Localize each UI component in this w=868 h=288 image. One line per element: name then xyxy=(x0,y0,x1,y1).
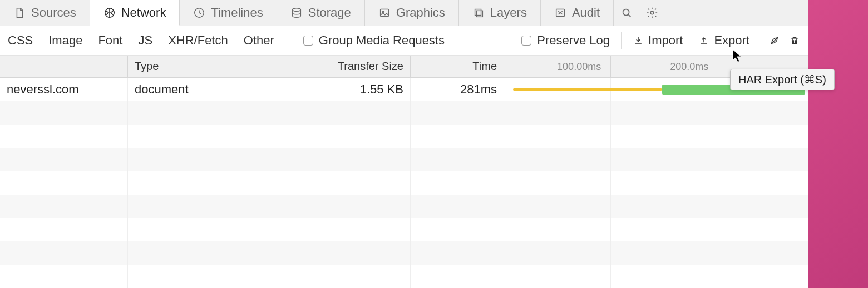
tab-graphics[interactable]: Graphics xyxy=(365,0,459,26)
divider xyxy=(761,32,761,49)
svg-rect-6 xyxy=(476,11,482,17)
audit-icon xyxy=(554,7,566,19)
svg-rect-3 xyxy=(380,9,388,17)
tab-label: Timelines xyxy=(211,6,263,20)
svg-rect-5 xyxy=(475,9,481,16)
table-row xyxy=(0,148,808,171)
tab-timelines[interactable]: Timelines xyxy=(180,0,277,26)
tab-label: Network xyxy=(121,6,166,20)
table-row xyxy=(0,101,808,125)
filter-label: JS xyxy=(138,33,152,48)
filter-xhr[interactable]: XHR/Fetch xyxy=(160,26,236,55)
preserve-log-checkbox[interactable]: Preserve Log xyxy=(514,26,618,55)
svg-point-2 xyxy=(292,8,300,12)
table-row xyxy=(0,265,808,288)
column-label: Time xyxy=(472,60,497,73)
clear-filters-button[interactable] xyxy=(765,26,785,55)
group-media-checkbox[interactable]: Group Media Requests xyxy=(295,26,452,55)
cell-transfer-size: 1.55 KB xyxy=(238,78,411,101)
checkbox-label: Group Media Requests xyxy=(319,33,445,48)
tab-audit[interactable]: Audit xyxy=(541,0,614,26)
table-row xyxy=(0,218,808,241)
cell-name: neverssl.com xyxy=(0,78,128,101)
trash-icon xyxy=(789,35,800,46)
column-header-transfer-size[interactable]: Transfer Size xyxy=(238,56,411,77)
tabs-row: Sources Network Timelines Storage Graphi… xyxy=(0,0,808,26)
leaf-slash-icon xyxy=(769,35,780,46)
filter-font[interactable]: Font xyxy=(90,26,130,55)
filter-label: CSS xyxy=(8,33,33,48)
filter-js[interactable]: JS xyxy=(130,26,160,55)
svg-point-9 xyxy=(650,11,654,14)
column-label: Type xyxy=(135,60,159,73)
table-row xyxy=(0,125,808,148)
table-row[interactable]: neverssl.com document 1.55 KB 281ms xyxy=(0,78,808,101)
svg-point-8 xyxy=(623,9,629,16)
export-tooltip: HAR Export (⌘S) xyxy=(730,69,835,90)
waterfall-bar-waiting xyxy=(513,88,662,91)
button-label: Import xyxy=(648,33,683,48)
filter-image[interactable]: Image xyxy=(41,26,90,55)
table-row xyxy=(0,241,808,265)
column-label: Transfer Size xyxy=(338,60,403,73)
settings-button[interactable] xyxy=(639,0,665,26)
filter-label: Font xyxy=(98,33,122,48)
waterfall-tick xyxy=(610,56,614,77)
tab-sources[interactable]: Sources xyxy=(0,0,90,26)
table-row xyxy=(0,171,808,195)
table-header: Type Transfer Size Time 100.00ms 200.0ms xyxy=(0,56,808,78)
table-body: neverssl.com document 1.55 KB 281ms xyxy=(0,78,808,288)
tooltip-text: HAR Export (⌘S) xyxy=(738,73,826,86)
filter-label: Other xyxy=(244,33,274,48)
devtools-panel: Sources Network Timelines Storage Graphi… xyxy=(0,0,808,288)
cell-text: neverssl.com xyxy=(7,82,79,97)
database-icon xyxy=(290,7,303,19)
waterfall-tick xyxy=(717,56,721,77)
cell-text: document xyxy=(135,82,189,97)
divider xyxy=(621,32,622,49)
table-row xyxy=(0,195,808,218)
column-header-type[interactable]: Type xyxy=(128,56,238,77)
download-icon xyxy=(633,35,644,46)
waterfall-tick-label: 100.00ms xyxy=(557,61,601,73)
checkbox-icon xyxy=(303,36,313,46)
column-header-time[interactable]: Time xyxy=(411,56,504,77)
tab-layers[interactable]: Layers xyxy=(459,0,541,26)
filter-css[interactable]: CSS xyxy=(0,26,41,55)
clear-button[interactable] xyxy=(785,26,805,55)
cell-text: 1.55 KB xyxy=(360,82,403,97)
layers-icon xyxy=(472,7,485,19)
filter-label: XHR/Fetch xyxy=(168,33,228,48)
tab-label: Storage xyxy=(308,6,351,20)
tab-label: Layers xyxy=(490,6,527,20)
checkbox-icon xyxy=(521,36,531,46)
image-icon xyxy=(378,7,391,19)
filter-row: CSS Image Font JS XHR/Fetch Other Group … xyxy=(0,26,808,56)
export-button[interactable]: Export xyxy=(691,26,757,55)
search-icon xyxy=(620,7,633,19)
waterfall-tick-label: 200.0ms xyxy=(670,61,708,73)
import-button[interactable]: Import xyxy=(625,26,691,55)
button-label: Export xyxy=(714,33,749,48)
tab-label: Sources xyxy=(31,6,76,20)
filter-other[interactable]: Other xyxy=(236,26,282,55)
cell-type: document xyxy=(128,78,238,101)
file-icon xyxy=(13,7,26,19)
clock-icon xyxy=(193,7,205,19)
upload-icon xyxy=(698,35,709,46)
tab-label: Audit xyxy=(572,6,600,20)
column-header-name[interactable] xyxy=(0,56,128,77)
checkbox-label: Preserve Log xyxy=(537,33,610,48)
cell-text: 281ms xyxy=(460,82,497,97)
desktop-background xyxy=(808,0,868,288)
filter-label: Image xyxy=(48,33,82,48)
gear-icon xyxy=(646,7,658,19)
network-icon xyxy=(103,7,116,19)
tab-storage[interactable]: Storage xyxy=(277,0,365,26)
cell-time: 281ms xyxy=(411,78,504,101)
tab-label: Graphics xyxy=(396,6,445,20)
search-button[interactable] xyxy=(614,0,639,26)
tab-network[interactable]: Network xyxy=(90,0,180,26)
